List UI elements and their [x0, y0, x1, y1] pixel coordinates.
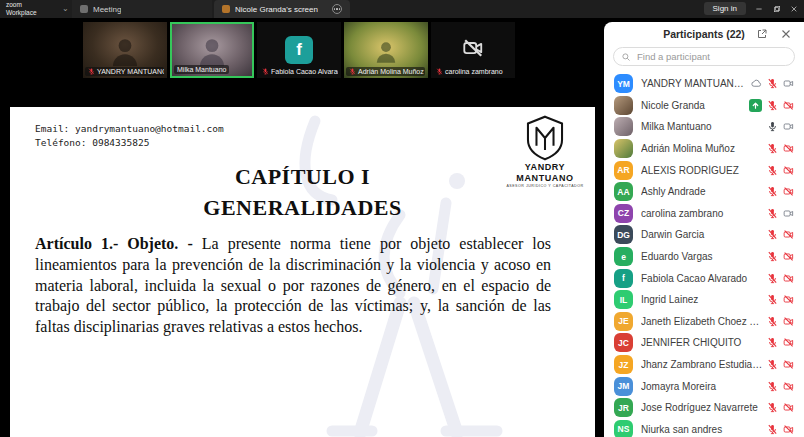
shared-screen-document: Email: yandrymantuano@hotmail.com Teléfo… — [10, 107, 595, 437]
avatar: DG — [614, 225, 633, 244]
cam-off-icon — [783, 251, 794, 262]
participant-status-icons — [767, 186, 794, 197]
participant-status-icons — [767, 165, 794, 176]
participant-row[interactable]: Adrián Molina Muñoz — [604, 138, 804, 160]
mic-off-icon — [767, 424, 778, 435]
avatar: JC — [614, 333, 633, 352]
screen-share-icon — [749, 99, 762, 112]
cam-off-icon — [783, 273, 794, 284]
avatar: JR — [614, 398, 633, 417]
person-silhouette-icon — [195, 35, 229, 69]
avatar: NS — [614, 420, 633, 437]
video-name-label: Milka Mantuano — [174, 65, 229, 74]
participant-row[interactable]: DG Darwin Garcia — [604, 224, 804, 246]
mic-off-icon — [767, 78, 778, 89]
participant-row[interactable]: NS Niurka san andres — [604, 419, 804, 437]
search-input[interactable] — [635, 50, 787, 63]
video-thumb-fabiola[interactable]: f Fabiola Cacao Alvarado — [257, 22, 341, 78]
cam-off-icon — [783, 424, 794, 435]
mic-off-icon — [767, 273, 778, 284]
cam-off-icon — [783, 294, 794, 305]
close-panel-icon[interactable] — [780, 28, 792, 40]
mic-off-icon — [349, 68, 356, 75]
restore-button[interactable] — [770, 3, 784, 15]
person-silhouette-icon — [108, 35, 142, 69]
sign-in-button[interactable]: Sign in — [704, 2, 746, 15]
cam-off-icon — [783, 337, 794, 348]
participant-name: Jomayra Moreira — [641, 381, 763, 392]
video-name-text: carolina zambrano — [445, 68, 503, 75]
participant-row[interactable]: Milka Mantuano — [604, 116, 804, 138]
participant-name: Eduardo Vargas — [641, 251, 763, 262]
cam-off-icon — [783, 143, 794, 154]
avatar: AR — [614, 161, 633, 180]
participant-row[interactable]: Nicole Granda — [604, 95, 804, 117]
mic-off-icon — [767, 294, 778, 305]
tab-options-icon[interactable] — [332, 4, 342, 14]
participant-row[interactable]: JR Jose Rodríguez Navarrete — [604, 397, 804, 419]
participant-row[interactable]: AR ALEXIS RODRÍGUEZ — [604, 159, 804, 181]
avatar: f — [614, 269, 633, 288]
participant-row[interactable]: JC JENNIFER CHIQUITO — [604, 332, 804, 354]
participant-name: JENNIFER CHIQUITO — [641, 337, 763, 348]
tab-meeting[interactable]: Meeting — [72, 0, 212, 18]
participant-name: Ashly Andrade — [641, 186, 763, 197]
avatar — [614, 139, 633, 158]
participant-name: Fabiola Cacao Alvarado — [641, 273, 763, 284]
participant-row[interactable]: JM Jomayra Moreira — [604, 375, 804, 397]
video-thumb-yandry[interactable]: YANDRY MANTUANO — [83, 22, 167, 78]
app-title-line2: Workplace — [6, 9, 37, 17]
article-lead: Artículo 1.- Objeto. - — [35, 235, 193, 252]
cam-on-icon — [783, 78, 794, 89]
cam-off-icon — [783, 100, 794, 111]
participant-row[interactable]: AA Ashly Andrade — [604, 181, 804, 203]
cam-off-icon — [783, 316, 794, 327]
mic-off-icon — [767, 359, 778, 370]
tab-shared-screen[interactable]: Nicole Granda's screen — [214, 0, 350, 18]
participant-name: ALEXIS RODRÍGUEZ — [641, 165, 763, 176]
video-thumb-milka[interactable]: Milka Mantuano — [170, 22, 254, 78]
video-name-label: carolina zambrano — [433, 67, 506, 76]
video-thumb-carolina[interactable]: carolina zambrano — [431, 22, 515, 78]
participant-row[interactable]: e Eduardo Vargas — [604, 246, 804, 268]
participant-row[interactable]: f Fabiola Cacao Alvarado — [604, 267, 804, 289]
avatar: JZ — [614, 355, 633, 374]
chapter-heading: CAPÍTULO I — [10, 161, 595, 192]
title-bar: zoom Workplace ⌄ Meeting Nicole Granda's… — [0, 0, 804, 18]
participant-row[interactable]: JZ Jhanz Zambrano Estudiante Pucem — [604, 354, 804, 376]
video-name-label: Fabiola Cacao Alvarado — [259, 67, 338, 76]
participant-status-icons — [767, 316, 794, 327]
minimize-button[interactable] — [752, 3, 766, 15]
mic-off-icon — [767, 229, 778, 240]
participant-name: Adrián Molina Muñoz — [641, 143, 763, 154]
participant-status-icons — [751, 78, 794, 89]
cam-off-icon — [783, 402, 794, 413]
participant-name: carolina zambrano — [641, 208, 763, 219]
video-filmstrip: YANDRY MANTUANO Milka Mantuano f Fabiola… — [0, 22, 598, 78]
participant-name: Niurka san andres — [641, 424, 763, 435]
mic-off-icon — [767, 381, 778, 392]
popout-icon[interactable] — [756, 28, 768, 40]
avatar — [614, 117, 633, 136]
avatar: f — [285, 36, 313, 64]
participant-name: YANDRY MANTUANO (Host, me) — [641, 78, 747, 89]
participant-search[interactable] — [613, 47, 795, 66]
chevron-down-icon[interactable]: ⌄ — [62, 5, 69, 13]
mic-off-icon — [767, 165, 778, 176]
contact-block: Email: yandrymantuano@hotmail.com Teléfo… — [35, 122, 224, 150]
participant-status-icons — [749, 99, 794, 112]
participant-row[interactable]: JE Janeth Elizabeth Choez Tigua — [604, 311, 804, 333]
participant-row[interactable]: IL Ingrid Lainez — [604, 289, 804, 311]
mic-off-icon — [767, 402, 778, 413]
article-paragraph: Artículo 1.- Objeto. - La presente norma… — [35, 234, 551, 338]
participant-name: Ingrid Lainez — [641, 294, 763, 305]
participant-name: Darwin Garcia — [641, 229, 763, 240]
participant-row[interactable]: CZ carolina zambrano — [604, 203, 804, 225]
video-name-label: Adrián Molina Muñoz — [346, 67, 425, 76]
close-window-button[interactable] — [787, 3, 801, 15]
participant-row[interactable]: YM YANDRY MANTUANO (Host, me) — [604, 73, 804, 95]
video-name-label: YANDRY MANTUANO — [85, 67, 164, 76]
video-thumb-adrian[interactable]: Adrián Molina Muñoz — [344, 22, 428, 78]
participant-status-icons — [767, 273, 794, 284]
document-title: CAPÍTULO I GENERALIDADES — [10, 161, 595, 223]
